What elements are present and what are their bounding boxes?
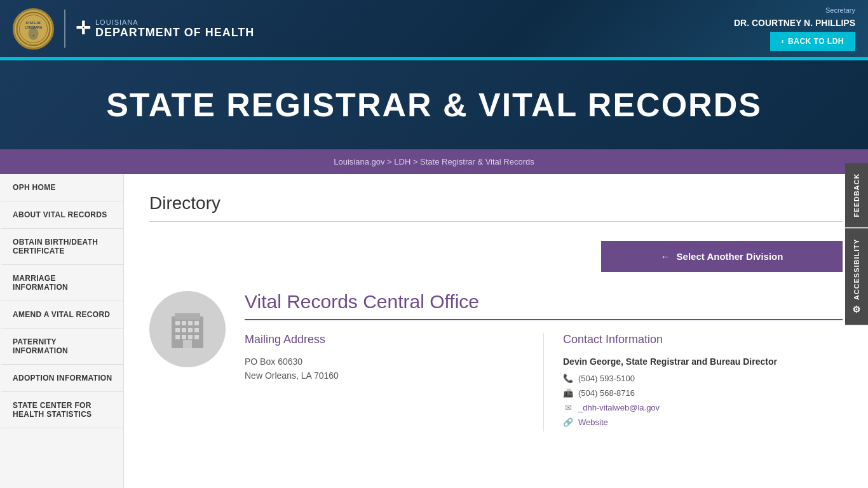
phone-icon: 📞 xyxy=(563,373,573,383)
breadcrumb: Louisiana.gov > LDH > State Registrar & … xyxy=(334,157,534,166)
content-title: Directory xyxy=(149,193,843,214)
feedback-label: FEEDBACK xyxy=(853,173,860,217)
svg-rect-17 xyxy=(182,335,186,339)
contact-info-title: Contact Information xyxy=(563,333,843,346)
back-to-ldh-button[interactable]: ‹ BACK TO LDH xyxy=(770,32,855,51)
email-icon: ✉ xyxy=(563,402,573,412)
breadcrumb-bar: Louisiana.gov > LDH > State Registrar & … xyxy=(0,149,868,174)
info-columns: Mailing Address PO Box 60630 New Orleans… xyxy=(245,333,843,431)
arrow-left-icon: ← xyxy=(661,251,670,262)
site-header: STATE OF LOUISIANA ✦ ✛ LOUISIANA DEPARTM… xyxy=(0,0,868,57)
svg-text:STATE OF: STATE OF xyxy=(26,21,41,25)
office-title-block: Vital Records Central Office Mailing Add… xyxy=(245,291,843,431)
main-layout: OPH HOME ABOUT VITAL RECORDS OBTAIN BIRT… xyxy=(0,174,868,488)
feedback-tab[interactable]: FEEDBACK xyxy=(845,163,868,227)
header-right: Secretary DR. COURTNEY N. PHILLIPS ‹ BAC… xyxy=(734,6,855,51)
building-icon xyxy=(165,307,210,351)
sidebar-item-marriage-info[interactable]: MARRIAGE INFORMATION xyxy=(0,265,123,301)
svg-rect-15 xyxy=(194,328,199,332)
ldh-logo: ✛ LOUISIANA DEPARTMENT OF HEALTH xyxy=(76,18,254,39)
svg-rect-20 xyxy=(183,340,192,348)
secretary-name: DR. COURTNEY N. PHILLIPS xyxy=(734,18,855,28)
contact-phone: (504) 593-5100 xyxy=(578,374,635,383)
dept-label: LOUISIANA xyxy=(95,18,254,26)
svg-rect-14 xyxy=(188,328,193,332)
sidebar-item-oph-home[interactable]: OPH HOME xyxy=(0,174,123,201)
sidebar-item-obtain-certificate[interactable]: OBTAIN BIRTH/DEATH CERTIFICATE xyxy=(0,229,123,265)
contact-website-row: 🔗 Website xyxy=(563,417,843,427)
sidebar-item-paternity-info[interactable]: PATERNITY INFORMATION xyxy=(0,329,123,365)
division-btn-label: Select Another Division xyxy=(677,251,783,262)
office-card: Vital Records Central Office Mailing Add… xyxy=(149,291,843,431)
contact-email-link[interactable]: _dhh-vitalweb@la.gov xyxy=(578,403,660,412)
office-icon xyxy=(149,291,226,367)
fax-icon: 📠 xyxy=(563,388,573,398)
contact-phone-row: 📞 (504) 593-5100 xyxy=(563,373,843,383)
sidebar-item-about-vital-records[interactable]: ABOUT VITAL RECORDS xyxy=(0,201,123,229)
mailing-address-title: Mailing Address xyxy=(245,333,524,346)
contact-info-col: Contact Information Devin George, State … xyxy=(543,333,843,431)
sidebar-item-amend-record[interactable]: AMEND A VITAL RECORD xyxy=(0,301,123,329)
side-panel: FEEDBACK ⚙ ACCESSIBILITY xyxy=(845,163,868,325)
svg-rect-9 xyxy=(182,321,186,325)
sidebar-item-adoption-info[interactable]: ADOPTION INFORMATION xyxy=(0,365,123,392)
svg-rect-13 xyxy=(182,328,186,332)
sidebar-item-health-statistics[interactable]: STATE CENTER FOR HEALTH STATISTICS xyxy=(0,392,123,428)
back-btn-label: BACK TO LDH xyxy=(788,37,844,46)
contact-fax: (504) 568-8716 xyxy=(578,388,635,398)
contact-name: Devin George, State Registrar and Bureau… xyxy=(563,356,843,367)
svg-rect-19 xyxy=(194,335,199,339)
sidebar: OPH HOME ABOUT VITAL RECORDS OBTAIN BIRT… xyxy=(0,174,124,488)
svg-rect-11 xyxy=(194,321,199,325)
page-title: STATE REGISTRAR & VITAL RECORDS xyxy=(13,86,855,124)
svg-point-4 xyxy=(29,27,39,40)
address-line-2: New Orleans, LA 70160 xyxy=(245,370,524,381)
contact-email-row: ✉ _dhh-vitalweb@la.gov xyxy=(563,402,843,412)
office-name: Vital Records Central Office xyxy=(245,291,843,313)
division-btn-row: ← Select Another Division xyxy=(149,241,843,272)
content-divider xyxy=(149,221,843,222)
header-divider xyxy=(64,10,65,48)
svg-rect-16 xyxy=(175,335,180,339)
secretary-label: Secretary xyxy=(825,6,855,14)
main-content: Directory ← Select Another Division xyxy=(124,174,868,488)
back-arrow-icon: ‹ xyxy=(782,37,785,46)
cross-icon: ✛ xyxy=(76,20,90,37)
select-division-button[interactable]: ← Select Another Division xyxy=(601,241,843,272)
louisiana-seal: STATE OF LOUISIANA ✦ xyxy=(13,8,54,50)
svg-rect-7 xyxy=(175,313,200,320)
dept-name: DEPARTMENT OF HEALTH xyxy=(95,26,254,39)
address-line-1: PO Box 60630 xyxy=(245,356,524,367)
accessibility-tab[interactable]: ⚙ ACCESSIBILITY xyxy=(845,229,868,325)
accessibility-label: ACCESSIBILITY xyxy=(853,239,860,301)
svg-rect-12 xyxy=(175,328,180,332)
svg-rect-18 xyxy=(188,335,193,339)
website-icon: 🔗 xyxy=(563,417,573,427)
contact-fax-row: 📠 (504) 568-8716 xyxy=(563,388,843,398)
department-name-block: LOUISIANA DEPARTMENT OF HEALTH xyxy=(95,18,254,39)
svg-rect-8 xyxy=(175,321,180,325)
gear-icon: ⚙ xyxy=(851,304,862,315)
mailing-address-col: Mailing Address PO Box 60630 New Orleans… xyxy=(245,333,543,431)
header-logo-area: STATE OF LOUISIANA ✦ ✛ LOUISIANA DEPARTM… xyxy=(13,8,254,50)
contact-website-link[interactable]: Website xyxy=(578,417,608,427)
svg-rect-10 xyxy=(188,321,193,325)
office-divider xyxy=(245,319,843,320)
page-title-section: STATE REGISTRAR & VITAL RECORDS xyxy=(0,60,868,149)
